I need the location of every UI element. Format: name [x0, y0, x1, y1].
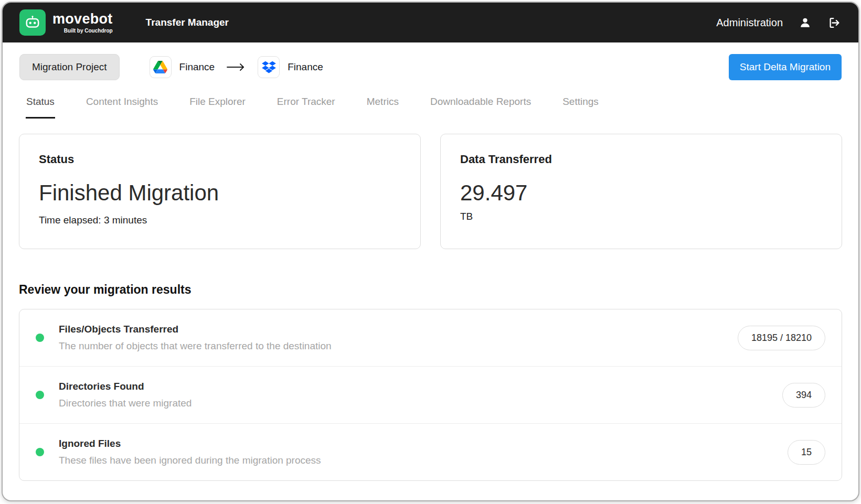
result-description: The number of objects that were transfer… [59, 340, 332, 352]
time-elapsed: Time elapsed: 3 minutes [39, 215, 401, 226]
brand-name: movebot [52, 12, 113, 26]
logout-icon[interactable] [827, 16, 842, 30]
tab-content-insights[interactable]: Content Insights [86, 93, 158, 119]
transfer-endpoints: Finance Finance [150, 56, 323, 78]
tab-error-tracker[interactable]: Error Tracker [277, 93, 336, 119]
brand-logo[interactable]: movebot Built by Couchdrop [19, 9, 113, 36]
top-bar-right: Administration [716, 16, 842, 30]
page-title: Transfer Manager [146, 17, 229, 28]
migration-project-button[interactable]: Migration Project [19, 54, 120, 80]
dropbox-icon [258, 56, 280, 78]
results-list: Files/Objects Transferred The number of … [19, 309, 842, 481]
brand-text: movebot Built by Couchdrop [52, 12, 113, 34]
result-text: Files/Objects Transferred The number of … [59, 324, 332, 352]
destination-endpoint: Finance [258, 56, 323, 78]
user-icon[interactable] [799, 16, 812, 29]
result-description: These files have been ignored during the… [59, 455, 321, 466]
result-row-ignored-files: Ignored Files These files have been igno… [19, 424, 842, 480]
data-transferred-title: Data Transferred [460, 153, 822, 166]
tab-bar: Status Content Insights File Explorer Er… [3, 84, 858, 119]
status-card: Status Finished Migration Time elapsed: … [19, 134, 421, 249]
google-drive-icon [150, 56, 172, 78]
top-bar: movebot Built by Couchdrop Transfer Mana… [3, 3, 858, 42]
result-text: Directories Found Directories that were … [59, 381, 192, 409]
result-description: Directories that were migrated [59, 398, 192, 409]
tab-file-explorer[interactable]: File Explorer [189, 93, 246, 119]
status-card-title: Status [39, 153, 401, 166]
green-status-dot [36, 334, 44, 342]
result-title: Files/Objects Transferred [59, 324, 332, 335]
green-status-dot [36, 448, 44, 456]
main-content: Status Finished Migration Time elapsed: … [3, 119, 858, 500]
data-transferred-unit: TB [460, 211, 822, 222]
source-endpoint: Finance [150, 56, 215, 78]
result-text: Ignored Files These files have been igno… [59, 438, 321, 466]
result-count-badge: 394 [782, 383, 825, 408]
result-count-badge: 18195 / 18210 [738, 326, 825, 350]
tab-metrics[interactable]: Metrics [366, 93, 399, 119]
app-window: movebot Built by Couchdrop Transfer Mana… [2, 2, 859, 501]
start-delta-migration-button[interactable]: Start Delta Migration [729, 54, 842, 80]
robot-icon [19, 9, 46, 36]
destination-name: Finance [288, 61, 323, 73]
summary-cards: Status Finished Migration Time elapsed: … [19, 134, 842, 249]
administration-link[interactable]: Administration [716, 17, 783, 29]
green-status-dot [36, 391, 44, 399]
result-title: Ignored Files [59, 438, 321, 449]
tab-downloadable-reports[interactable]: Downloadable Reports [430, 93, 532, 119]
results-heading: Review your migration results [19, 283, 842, 297]
result-count-badge: 15 [788, 440, 825, 465]
brand-tagline: Built by Couchdrop [52, 28, 113, 34]
data-transferred-value: 29.497 [460, 180, 822, 206]
tab-settings[interactable]: Settings [562, 93, 599, 119]
project-toolbar: Migration Project Finance [3, 42, 858, 84]
migration-status-value: Finished Migration [39, 180, 401, 206]
source-name: Finance [179, 61, 215, 73]
data-transferred-card: Data Transferred 29.497 TB [440, 134, 842, 249]
result-title: Directories Found [59, 381, 192, 392]
arrow-right-icon [226, 62, 246, 72]
result-row-directories-found: Directories Found Directories that were … [19, 367, 842, 424]
result-row-files-transferred: Files/Objects Transferred The number of … [19, 309, 842, 367]
tab-status[interactable]: Status [26, 93, 55, 119]
